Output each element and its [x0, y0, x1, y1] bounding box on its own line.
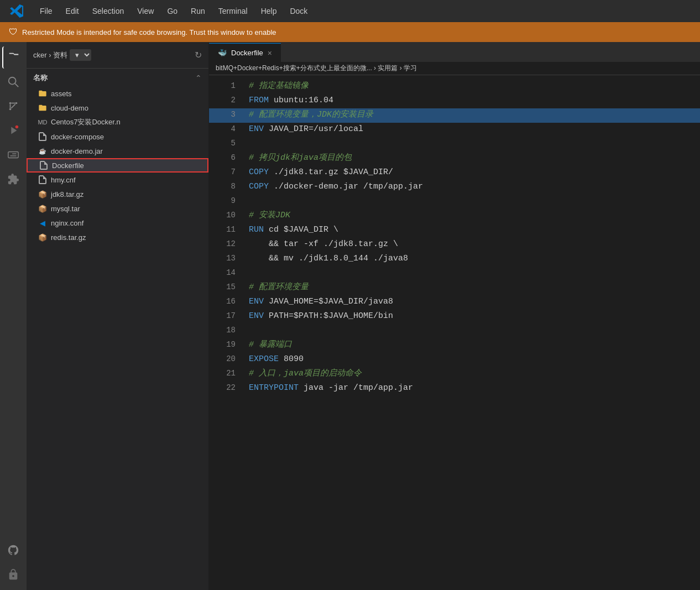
file-item-cloud-demo[interactable]: cloud-demo	[27, 101, 208, 115]
file-item-hmy-cnf[interactable]: hmy.cnf	[27, 173, 208, 187]
code-content: # 指定基础镜像	[249, 80, 309, 93]
line-number: 16	[213, 295, 236, 307]
menu-go[interactable]: Go	[160, 0, 184, 22]
explorer-title-row: 名称 ⌃	[27, 69, 208, 85]
code-line-4[interactable]: 4ENV JAVA_DIR=/usr/local	[209, 123, 700, 137]
code-line-3[interactable]: 3# 配置环境变量，JDK的安装目录	[209, 108, 700, 123]
file-item-dockerfile[interactable]: Dockerfile	[27, 158, 208, 173]
dockerfile-tab[interactable]: 🐳 Dockerfile ×	[209, 43, 281, 62]
file-icon-folder	[38, 88, 48, 98]
code-line-7[interactable]: 7COPY ./jdk8.tar.gz $JAVA_DIR/	[209, 166, 700, 180]
source-control-icon[interactable]	[2, 95, 24, 117]
breadcrumb-dropdown[interactable]: ▾	[70, 49, 91, 61]
file-icon-file: ◀	[38, 218, 48, 228]
file-name: docker-compose	[51, 133, 104, 141]
menu-dock[interactable]: Dock	[283, 0, 314, 22]
search-icon[interactable]	[2, 71, 24, 93]
file-name: hmy.cnf	[51, 176, 76, 184]
line-number: 6	[213, 152, 236, 164]
files-icon[interactable]	[2, 46, 24, 69]
line-number: 10	[213, 209, 236, 221]
explorer-panel: cker › 资料 ▾ ↻ 名称 ⌃ assetscloud-demoMDCen…	[27, 42, 209, 590]
line-number: 20	[213, 353, 236, 365]
debug-icon[interactable]	[2, 119, 24, 142]
tab-icon: 🐳	[218, 49, 227, 57]
svg-point-3	[15, 102, 18, 105]
activity-bar	[0, 42, 27, 590]
code-line-8[interactable]: 8COPY ./docker-demo.jar /tmp/app.jar	[209, 180, 700, 195]
file-icon-file: 📦	[38, 232, 48, 242]
tab-filename: Dockerfile	[231, 49, 263, 57]
code-line-14[interactable]: 14	[209, 267, 700, 281]
menu-help[interactable]: Help	[254, 0, 284, 22]
file-item-docker-demo-jar[interactable]: ☕docker-demo.jar	[27, 144, 208, 158]
editor-area: 🐳 Dockerfile × bitMQ+Docker+Redis+搜索+分布式…	[209, 42, 700, 590]
menu-run[interactable]: Run	[184, 0, 212, 22]
menu-terminal[interactable]: Terminal	[212, 0, 254, 22]
git-lens-icon[interactable]	[2, 563, 24, 586]
refresh-button[interactable]: ↻	[195, 50, 202, 60]
code-line-22[interactable]: 22ENTRYPOINT java -jar /tmp/app.jar	[209, 382, 700, 396]
collapse-button[interactable]: ⌃	[195, 74, 202, 82]
file-icon-file	[38, 175, 48, 185]
code-content: FROM ubuntu:16.04	[249, 94, 333, 107]
line-number: 11	[213, 223, 236, 236]
code-line-10[interactable]: 10# 安装JDK	[209, 209, 700, 223]
explorer-breadcrumb: cker › 资料 ▾	[33, 49, 91, 61]
line-number: 4	[213, 123, 236, 135]
code-content: COPY ./docker-demo.jar /tmp/app.jar	[249, 180, 423, 194]
code-content: ENV JAVA_DIR=/usr/local	[249, 123, 363, 136]
tab-close-button[interactable]: ×	[268, 49, 272, 58]
vscode-logo	[0, 4, 33, 18]
file-icon-file: 📦	[38, 203, 48, 213]
file-name: redis.tar.gz	[51, 233, 86, 242]
file-item-mysql-tar[interactable]: 📦mysql.tar	[27, 201, 208, 216]
file-item-docker-compose[interactable]: docker-compose	[27, 129, 208, 144]
file-name: jdk8.tar.gz	[51, 190, 83, 199]
file-item-centos7--docker-n[interactable]: MDCentos7安装Docker.n	[27, 115, 208, 129]
code-content: ENV JAVA_HOME=$JAVA_DIR/java8	[249, 295, 393, 309]
shield-icon: 🛡	[9, 27, 18, 37]
code-line-18[interactable]: 18	[209, 324, 700, 338]
menu-file[interactable]: File	[33, 0, 59, 22]
code-line-17[interactable]: 17ENV PATH=$PATH:$JAVA_HOME/bin	[209, 310, 700, 324]
code-line-9[interactable]: 9	[209, 195, 700, 209]
code-line-1[interactable]: 1# 指定基础镜像	[209, 80, 700, 94]
code-line-19[interactable]: 19# 暴露端口	[209, 338, 700, 353]
code-content: # 安装JDK	[249, 209, 290, 222]
code-line-2[interactable]: 2FROM ubuntu:16.04	[209, 94, 700, 108]
code-line-13[interactable]: 13 && mv ./jdk1.8.0_144 ./java8	[209, 252, 700, 267]
code-line-20[interactable]: 20EXPOSE 8090	[209, 353, 700, 367]
file-item-redis-tar-gz[interactable]: 📦redis.tar.gz	[27, 230, 208, 244]
extensions-icon[interactable]	[2, 168, 24, 190]
code-line-12[interactable]: 12 && tar -xf ./jdk8.tar.gz \	[209, 238, 700, 252]
notification-text: Restricted Mode is intended for safe cod…	[22, 28, 276, 36]
file-icon-file	[39, 160, 49, 170]
code-line-15[interactable]: 15# 配置环境变量	[209, 281, 700, 295]
code-content: RUN cd $JAVA_DIR \	[249, 223, 338, 237]
menu-view[interactable]: View	[130, 0, 160, 22]
file-item-jdk8-tar-gz[interactable]: 📦jdk8.tar.gz	[27, 187, 208, 201]
code-line-5[interactable]: 5	[209, 137, 700, 152]
file-item-nginx-conf[interactable]: ◀nginx.conf	[27, 216, 208, 230]
line-number: 15	[213, 281, 236, 293]
notification-bar: 🛡 Restricted Mode is intended for safe c…	[0, 22, 700, 42]
menu-edit[interactable]: Edit	[59, 0, 86, 22]
file-name: docker-demo.jar	[51, 147, 103, 155]
code-line-16[interactable]: 16ENV JAVA_HOME=$JAVA_DIR/java8	[209, 295, 700, 310]
line-number: 21	[213, 367, 236, 379]
line-number: 8	[213, 180, 236, 192]
github-icon[interactable]	[2, 539, 24, 561]
remote-explorer-icon[interactable]	[2, 144, 24, 166]
code-content: ENTRYPOINT java -jar /tmp/app.jar	[249, 382, 413, 395]
code-content: && mv ./jdk1.8.0_144 ./java8	[249, 252, 408, 265]
line-number: 3	[213, 108, 236, 121]
menu-selection[interactable]: Selection	[86, 0, 131, 22]
line-number: 5	[213, 137, 236, 149]
file-item-assets[interactable]: assets	[27, 86, 208, 101]
code-editor[interactable]: 1# 指定基础镜像2FROM ubuntu:16.043# 配置环境变量，JDK…	[209, 75, 700, 590]
code-line-11[interactable]: 11RUN cd $JAVA_DIR \	[209, 223, 700, 238]
code-line-21[interactable]: 21# 入口，java项目的启动命令	[209, 367, 700, 382]
code-line-6[interactable]: 6# 拷贝jdk和java项目的包	[209, 152, 700, 166]
line-number: 2	[213, 94, 236, 106]
